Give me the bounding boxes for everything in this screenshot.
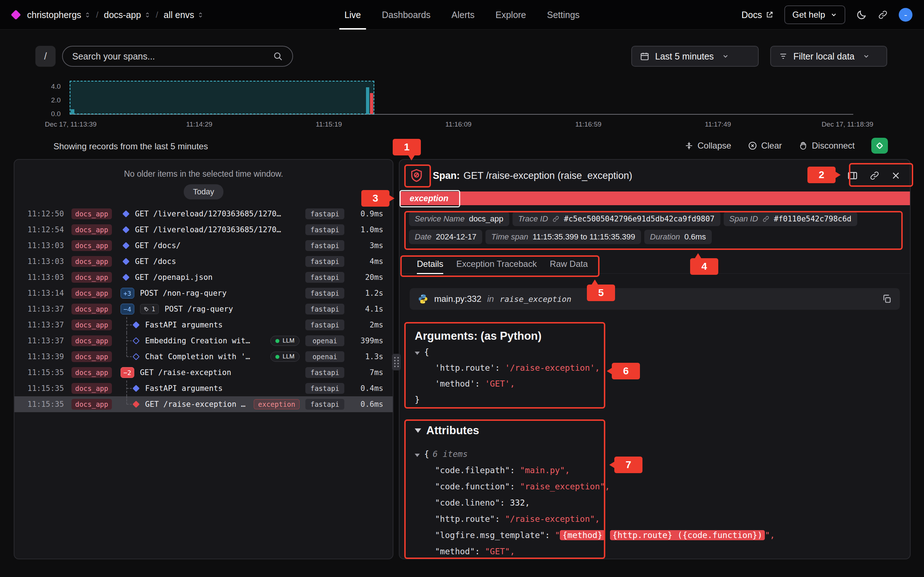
tab-details[interactable]: Details [417, 254, 443, 274]
tree-connector [121, 396, 134, 412]
disconnect-button[interactable]: Disconnect [798, 141, 855, 151]
dock-panel-button[interactable] [847, 170, 858, 181]
span-diamond-icon [132, 385, 140, 392]
panel-resize-handle[interactable] [392, 354, 401, 371]
attribute-line: "code.function": "raise_exception", [415, 479, 910, 495]
arguments-code: { 'http.route': '/raise-exception', 'met… [415, 344, 910, 408]
close-panel-button[interactable] [891, 171, 901, 180]
span-name: GET /livereload/1270363685/1270… [135, 210, 281, 218]
tree-connector [121, 349, 134, 364]
service-name-badge: docs_app [71, 335, 112, 346]
table-row-selected[interactable]: 11:15:35 docs_app GET /raise-exception …… [15, 396, 393, 412]
table-row[interactable]: 11:12:54 docs_app GET /livereload/127036… [15, 222, 393, 238]
service-name-badge: docs_app [71, 272, 112, 283]
source-file-line: main.py:332 [434, 294, 481, 304]
nav-tab-alerts[interactable]: Alerts [452, 0, 475, 29]
llm-chip: LLM [270, 336, 300, 346]
table-row[interactable]: 11:13:37 docs_app Embedding Creation wit… [15, 333, 393, 349]
x-axis-tick: 11:16:09 [446, 121, 472, 128]
table-row[interactable]: 11:13:03 docs_app GET /docs/ fastapi3ms [15, 238, 393, 253]
chart-bar-error[interactable] [370, 93, 373, 114]
nav-tab-explore[interactable]: Explore [496, 0, 526, 29]
chart-time-selection[interactable] [69, 81, 374, 114]
tree-connector [121, 380, 134, 396]
table-row[interactable]: 11:15:35 docs_app −2 GET /raise-exceptio… [15, 364, 393, 380]
clear-button[interactable]: Clear [748, 141, 782, 151]
table-row[interactable]: 11:13:14 docs_app +3 POST /non-rag-query… [15, 285, 393, 301]
instrumentation-badge: fastapi [305, 288, 344, 298]
table-row[interactable]: 11:13:03 docs_app GET /docs fastapi4ms [15, 253, 393, 269]
search-shortcut-key[interactable]: / [36, 46, 56, 67]
span-duration: 0.4ms [350, 384, 383, 393]
chart-bar[interactable] [366, 87, 369, 114]
filter-local-data-button[interactable]: Filter local data [770, 46, 887, 67]
span-duration: 20ms [350, 273, 383, 282]
copy-span-link-button[interactable] [869, 171, 880, 181]
span-id-link-icon[interactable] [762, 215, 769, 222]
tab-exception-traceback[interactable]: Exception Traceback [456, 254, 537, 274]
today-pill-button[interactable]: Today [184, 184, 224, 200]
detail-tabs: Details Exception Traceback Raw Data [399, 254, 910, 274]
span-detail-panel: Span:GET /raise-exception (raise_excepti… [399, 159, 911, 559]
environment-selector[interactable]: all envs [163, 10, 204, 20]
collapse-caret-icon[interactable] [415, 454, 420, 457]
copy-button[interactable] [882, 294, 892, 304]
live-indicator-button[interactable] [871, 138, 888, 154]
table-row[interactable]: 11:13:37 docs_app −4 1 POST /rag-query f… [15, 301, 393, 317]
time-range-button[interactable]: Last 5 minutes [631, 46, 759, 67]
nav-tab-settings[interactable]: Settings [547, 0, 580, 29]
row-time: 11:13:03 [27, 257, 71, 266]
collapse-button[interactable]: Collapse [684, 141, 731, 151]
project-selector[interactable]: docs-app [104, 10, 150, 20]
table-row[interactable]: 11:15:35 docs_app FastAPI arguments fast… [15, 380, 393, 396]
chart-bar[interactable] [71, 109, 74, 114]
row-time: 11:13:37 [27, 321, 71, 329]
source-in-word: in [487, 294, 494, 304]
logfire-logo-icon[interactable] [11, 10, 21, 20]
tab-raw-data[interactable]: Raw Data [550, 254, 588, 274]
x-axis-tick: 11:14:29 [186, 121, 213, 128]
template-placeholder-highlight: {http.route} ({code.function}) [610, 530, 765, 540]
table-row[interactable]: 11:13:03 docs_app GET /openapi.json fast… [15, 269, 393, 285]
navbar-right: Docs Get help - [741, 0, 913, 29]
service-name-badge: docs_app [71, 319, 112, 330]
y-axis-tick: 4.0 [36, 82, 61, 90]
items-count-note: 6 items [433, 449, 468, 459]
share-link-button[interactable] [878, 10, 888, 20]
hand-icon [798, 141, 808, 150]
docs-link[interactable]: Docs [741, 10, 774, 20]
collapse-icon [684, 141, 694, 150]
instrumentation-badge: fastapi [305, 256, 344, 267]
table-row[interactable]: 11:13:37 docs_app FastAPI arguments fast… [15, 317, 393, 333]
org-selector[interactable]: christophergs [27, 10, 90, 20]
user-avatar[interactable]: - [899, 8, 913, 22]
service-name-badge: docs_app [71, 224, 112, 235]
dark-mode-toggle[interactable] [856, 10, 867, 20]
section-collapse-caret-icon[interactable] [415, 429, 421, 433]
trace-id-link-icon[interactable] [552, 215, 559, 222]
chevron-down-icon [722, 53, 729, 60]
service-name-badge: docs_app [71, 240, 112, 251]
moon-icon [856, 10, 867, 20]
nav-tab-dashboards[interactable]: Dashboards [382, 0, 431, 29]
table-row[interactable]: 11:13:39 docs_app Chat Completion with '… [15, 349, 393, 364]
span-name: POST /rag-query [165, 305, 233, 313]
collapse-caret-icon[interactable] [415, 351, 420, 355]
get-help-button[interactable]: Get help [784, 5, 845, 24]
table-row[interactable]: 11:12:50 docs_app GET /livereload/127036… [15, 206, 393, 222]
child-count-toggle[interactable]: −4 [121, 304, 134, 314]
nav-tab-live[interactable]: Live [344, 0, 361, 29]
child-count-toggle-error[interactable]: −2 [121, 367, 134, 378]
service-name-badge: docs_app [71, 367, 112, 378]
search-icon [273, 51, 283, 61]
instrumentation-badge: fastapi [305, 367, 344, 378]
search-input[interactable] [72, 51, 273, 62]
child-count-toggle[interactable]: +3 [121, 288, 134, 298]
instrumentation-badge: fastapi [305, 319, 344, 330]
argument-line: 'http.route': '/raise-exception', [415, 360, 910, 376]
external-link-icon [766, 11, 774, 19]
attributes-code: {6 items "code.filepath": "main.py", "co… [415, 446, 910, 559]
tag-icon [144, 306, 149, 312]
span-diamond-icon [122, 258, 129, 265]
arguments-heading: Arguments: (as Python) [415, 330, 910, 343]
